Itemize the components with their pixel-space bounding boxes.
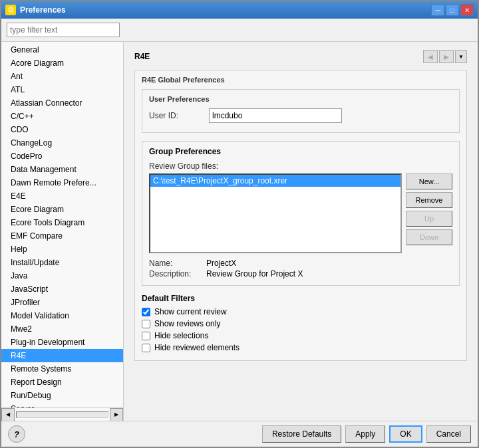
sidebar-item-19[interactable]: JProfiler xyxy=(1,296,123,309)
global-prefs-label: R4E Global Preferences xyxy=(142,76,460,84)
review-files-label: Review Group files: xyxy=(149,162,452,171)
sidebar-item-5[interactable]: C/C++ xyxy=(1,110,123,123)
sidebar-item-4[interactable]: Atlassian Connector xyxy=(1,96,123,110)
scroll-right-button[interactable]: ▶ xyxy=(110,408,123,421)
sidebar-item-17[interactable]: Java xyxy=(1,269,123,282)
nav-arrows: ◀ ▶ ▼ xyxy=(423,50,467,63)
sidebar-item-7[interactable]: ChangeLog xyxy=(1,136,123,150)
checkbox-row-2: Hide selections xyxy=(142,331,460,340)
restore-defaults-button[interactable]: Restore Defaults xyxy=(262,425,341,443)
checkbox-2[interactable] xyxy=(142,332,150,340)
scroll-track xyxy=(16,411,108,418)
content-area: R4E ◀ ▶ ▼ R4E Global Preferences User Pr… xyxy=(124,42,478,421)
user-id-label: User ID: xyxy=(149,111,209,120)
bottom-bar: ? Restore Defaults Apply OK Cancel xyxy=(1,421,478,447)
sidebar-item-21[interactable]: Mwe2 xyxy=(1,322,123,336)
sidebar-item-11[interactable]: E4E xyxy=(1,189,123,203)
sidebar-list: GeneralAcore DiagramAntATLAtlassian Conn… xyxy=(1,42,123,407)
checkbox-label-2: Hide selections xyxy=(154,331,208,340)
checkbox-0[interactable] xyxy=(142,308,150,316)
up-button[interactable]: Up xyxy=(406,211,452,227)
down-button[interactable]: Down xyxy=(406,229,452,245)
review-files-area: C:\test_R4E\ProjectX_group_root.xrer New… xyxy=(149,173,452,253)
description-row: Description: Review Group for Project X xyxy=(149,269,452,279)
content-title-bar: R4E ◀ ▶ ▼ xyxy=(134,50,467,63)
sidebar-item-9[interactable]: Data Management xyxy=(1,163,123,176)
checkbox-row-0: Show current review xyxy=(142,307,460,316)
user-prefs-section: User Preferences User ID: xyxy=(142,89,460,133)
window-controls: ─ □ ✕ xyxy=(431,4,474,16)
sidebar-item-18[interactable]: JavaScript xyxy=(1,282,123,296)
name-row: Name: ProjectX xyxy=(149,259,452,268)
user-id-row: User ID: xyxy=(149,108,452,123)
new-button[interactable]: New... xyxy=(406,173,452,189)
group-prefs-label: Group Preferences xyxy=(149,147,452,156)
sidebar-item-13[interactable]: Ecore Tools Diagram xyxy=(1,216,123,229)
sidebar-item-6[interactable]: CDO xyxy=(1,123,123,136)
checkbox-3[interactable] xyxy=(142,344,150,352)
sidebar-item-8[interactable]: CodePro xyxy=(1,150,123,163)
checkboxes-container: Show current reviewShow reviews onlyHide… xyxy=(142,307,460,352)
checkbox-row-1: Show reviews only xyxy=(142,319,460,328)
titlebar: ⚙ Preferences ─ □ ✕ xyxy=(1,1,478,19)
sidebar-item-1[interactable]: Acore Diagram xyxy=(1,56,123,70)
nav-forward-button[interactable]: ▶ xyxy=(439,50,454,63)
checkbox-label-0: Show current review xyxy=(154,307,227,316)
main-content: GeneralAcore DiagramAntATLAtlassian Conn… xyxy=(1,19,478,447)
checkbox-label-1: Show reviews only xyxy=(154,319,220,328)
filter-input[interactable] xyxy=(7,23,120,37)
window-icon: ⚙ xyxy=(5,5,16,15)
window-title: Preferences xyxy=(20,5,66,15)
sidebar-item-24[interactable]: Remote Systems xyxy=(1,362,123,376)
ok-button[interactable]: OK xyxy=(389,425,422,443)
content-title-text: R4E xyxy=(134,52,150,61)
sidebar-item-10[interactable]: Dawn Remote Prefere... xyxy=(1,176,123,189)
sidebar-item-15[interactable]: Help xyxy=(1,243,123,256)
nav-back-button[interactable]: ◀ xyxy=(423,50,438,63)
close-button[interactable]: ✕ xyxy=(460,4,474,16)
bottom-right: Restore Defaults Apply OK Cancel xyxy=(262,425,471,443)
filters-section: Default Filters Show current reviewShow … xyxy=(142,294,460,352)
description-val: Review Group for Project X xyxy=(206,269,303,279)
user-prefs-label: User Preferences xyxy=(149,95,452,103)
apply-button[interactable]: Apply xyxy=(345,425,385,443)
pane-area: GeneralAcore DiagramAntATLAtlassian Conn… xyxy=(1,42,478,421)
sidebar-item-25[interactable]: Report Design xyxy=(1,376,123,389)
cancel-button[interactable]: Cancel xyxy=(426,425,471,443)
filter-bar xyxy=(1,19,478,42)
bottom-left: ? xyxy=(8,425,25,443)
name-key: Name: xyxy=(149,259,202,268)
review-buttons: New... Remove Up Down xyxy=(406,173,452,253)
sidebar-hscroll: ◀ ▶ xyxy=(1,407,123,421)
sidebar-item-27[interactable]: Server xyxy=(1,402,123,407)
global-prefs-section: R4E Global Preferences User Preferences … xyxy=(134,70,467,361)
remove-button[interactable]: Remove xyxy=(406,192,452,208)
sidebar-item-0[interactable]: General xyxy=(1,43,123,56)
checkbox-label-3: Hide reviewed elements xyxy=(154,343,240,352)
sidebar-item-16[interactable]: Install/Update xyxy=(1,256,123,269)
minimize-button[interactable]: ─ xyxy=(431,4,444,16)
review-list-item-0[interactable]: C:\test_R4E\ProjectX_group_root.xrer xyxy=(150,175,400,187)
sidebar-item-12[interactable]: Ecore Diagram xyxy=(1,203,123,216)
sidebar-item-2[interactable]: Ant xyxy=(1,70,123,83)
description-key: Description: xyxy=(149,269,202,279)
group-prefs-section: Group Preferences Review Group files: C:… xyxy=(142,141,460,286)
sidebar-item-26[interactable]: Run/Debug xyxy=(1,389,123,402)
nav-dropdown-button[interactable]: ▼ xyxy=(455,50,467,63)
sidebar-item-14[interactable]: EMF Compare xyxy=(1,229,123,243)
scroll-left-button[interactable]: ◀ xyxy=(1,408,15,421)
sidebar-item-3[interactable]: ATL xyxy=(1,83,123,96)
sidebar-item-22[interactable]: Plug-in Development xyxy=(1,336,123,349)
sidebar-item-20[interactable]: Model Validation xyxy=(1,309,123,322)
sidebar-item-23[interactable]: R4E xyxy=(1,349,123,362)
name-val: ProjectX xyxy=(206,259,236,268)
maximize-button[interactable]: □ xyxy=(446,4,459,16)
sidebar: GeneralAcore DiagramAntATLAtlassian Conn… xyxy=(1,42,124,421)
review-listbox[interactable]: C:\test_R4E\ProjectX_group_root.xrer xyxy=(149,173,402,253)
help-button[interactable]: ? xyxy=(8,425,25,443)
checkbox-1[interactable] xyxy=(142,320,150,328)
checkbox-row-3: Hide reviewed elements xyxy=(142,343,460,352)
preferences-window: ⚙ Preferences ─ □ ✕ GeneralAcore Diagram… xyxy=(0,0,479,448)
user-id-input[interactable] xyxy=(209,108,342,123)
filters-label: Default Filters xyxy=(142,294,460,303)
